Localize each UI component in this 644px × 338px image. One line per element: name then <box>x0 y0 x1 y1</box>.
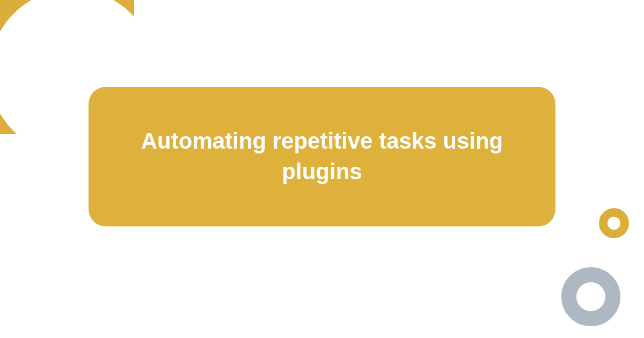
small-ring-decoration <box>599 208 629 238</box>
title-card: Automating repetitive tasks using plugin… <box>89 87 555 226</box>
large-ring-decoration <box>561 267 620 326</box>
title-text: Automating repetitive tasks using plugin… <box>121 126 523 187</box>
